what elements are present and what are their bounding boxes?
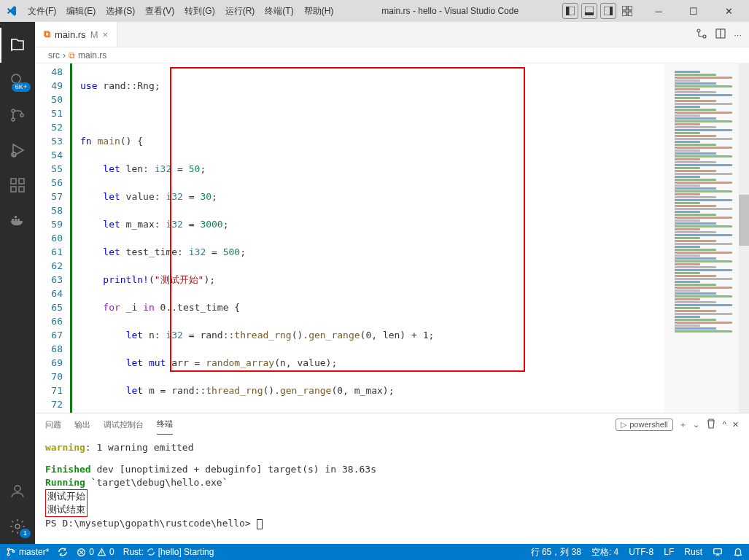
toggle-sidebar-icon[interactable] xyxy=(562,3,578,19)
toggle-panel-icon[interactable] xyxy=(581,3,597,19)
menu-goto[interactable]: 转到(G) xyxy=(180,2,219,20)
split-terminal-dropdown-icon[interactable]: ⌄ xyxy=(693,420,699,429)
status-rust-label: Rust: xyxy=(123,547,144,557)
layout-controls xyxy=(562,3,635,19)
close-window-button[interactable]: ✕ xyxy=(714,1,743,21)
menu-file[interactable]: 文件(F) xyxy=(23,2,61,20)
status-encoding[interactable]: UTF-8 xyxy=(629,547,653,557)
status-rust-status: [hello] Starting xyxy=(158,547,214,557)
terminal-text: `target\debug\hello.exe` xyxy=(85,477,228,488)
macro: println! xyxy=(103,274,149,285)
status-git-branch[interactable]: master* xyxy=(6,547,49,557)
settings-icon[interactable]: 1 xyxy=(0,509,35,544)
svg-rect-22 xyxy=(15,216,17,218)
code-text: (). xyxy=(263,385,279,396)
maximize-panel-icon[interactable]: ^ xyxy=(723,420,726,429)
svg-point-24 xyxy=(15,524,20,529)
minimap[interactable] xyxy=(664,63,749,413)
tab-bar: ⧉ main.rs M × ··· xyxy=(35,22,749,47)
fn-name: main xyxy=(92,136,120,147)
status-eol[interactable]: LF xyxy=(664,547,674,557)
terminal[interactable]: warning: 1 warning emitted Finished dev … xyxy=(35,435,749,544)
docker-icon[interactable] xyxy=(0,203,35,238)
svg-point-11 xyxy=(12,109,15,112)
menu-terminal[interactable]: 终端(T) xyxy=(260,2,298,20)
maximize-button[interactable]: ☐ xyxy=(679,1,708,21)
compare-changes-icon[interactable] xyxy=(696,28,707,42)
terminal-prompt: PS D:\mysetup\gopath\rustcode\hello> xyxy=(45,518,257,529)
menu-run[interactable]: 运行(R) xyxy=(221,2,260,20)
status-sync[interactable] xyxy=(58,547,68,557)
svg-rect-5 xyxy=(610,7,613,15)
window-title: main.rs - hello - Visual Studio Code xyxy=(338,6,562,16)
menu-view[interactable]: 查看(V) xyxy=(141,2,179,20)
code-text: () { xyxy=(120,136,143,147)
menu-edit[interactable]: 编辑(E) xyxy=(62,2,100,20)
code-content[interactable]: use rand::Rng; fn main() { let len: i32 … xyxy=(76,63,664,413)
toggle-right-sidebar-icon[interactable] xyxy=(600,3,616,19)
minimize-button[interactable]: ─ xyxy=(644,1,673,21)
panel-toolbar: ▷powershell ＋ ⌄ ^ ✕ xyxy=(616,418,739,431)
panel-tab-terminal[interactable]: 终端 xyxy=(157,414,173,435)
keyword-fn: fn xyxy=(80,136,92,147)
status-rust-analyzer[interactable]: Rust: [hello] Starting xyxy=(123,547,214,557)
minimap-content xyxy=(675,71,739,333)
minimap-scrollbar[interactable] xyxy=(739,63,749,413)
minimap-thumb[interactable] xyxy=(739,195,749,246)
close-panel-icon[interactable]: ✕ xyxy=(732,420,739,429)
status-indent[interactable]: 空格: 4 xyxy=(591,546,618,559)
keyword-use: use xyxy=(80,80,97,91)
status-language[interactable]: Rust xyxy=(684,547,702,557)
svg-point-10 xyxy=(12,74,20,83)
accounts-icon[interactable] xyxy=(0,474,35,509)
terminal-text: dev [unoptimized + debuginfo] target(s) … xyxy=(91,464,376,475)
status-left: master* 0 0 Rust: [hello] Starting xyxy=(6,547,214,557)
type: i32 xyxy=(155,163,171,174)
kill-terminal-icon[interactable] xyxy=(705,418,717,431)
breadcrumb-src[interactable]: src xyxy=(48,50,60,61)
tab-close-icon[interactable]: × xyxy=(102,29,108,40)
breadcrumbs[interactable]: src › ⧉ main.rs xyxy=(35,47,749,63)
code-text: rand::Rng; xyxy=(97,80,160,91)
terminal-shell-selector[interactable]: ▷powershell xyxy=(616,419,673,431)
more-actions-icon[interactable]: ··· xyxy=(734,29,742,40)
run-debug-icon[interactable] xyxy=(0,133,35,168)
customize-layout-icon[interactable] xyxy=(619,3,635,19)
terminal-output-line: 测试结束 xyxy=(47,504,85,515)
new-terminal-icon[interactable]: ＋ xyxy=(679,419,687,430)
svg-point-23 xyxy=(15,486,20,491)
panel-tab-problems[interactable]: 问题 xyxy=(45,415,61,435)
svg-rect-21 xyxy=(18,219,20,221)
search-icon[interactable]: 6K+ xyxy=(0,63,35,98)
keyword-let: let xyxy=(126,357,143,368)
explorer-icon[interactable] xyxy=(0,28,35,63)
status-notifications-icon[interactable] xyxy=(733,547,743,557)
code-text: m_max xyxy=(120,219,155,230)
tab-main-rs[interactable]: ⧉ main.rs M × xyxy=(35,22,117,47)
svg-rect-19 xyxy=(12,219,14,221)
editor[interactable]: 4849505152535455565758596061626364656667… xyxy=(35,63,749,413)
window-controls: ─ ☐ ✕ xyxy=(644,1,743,21)
menu-select[interactable]: 选择(S) xyxy=(101,2,139,20)
status-feedback-icon[interactable] xyxy=(713,547,723,557)
rust-file-icon: ⧉ xyxy=(69,50,75,61)
status-warning-count: 0 xyxy=(109,547,115,557)
svg-rect-8 xyxy=(622,12,626,16)
type: i32 xyxy=(166,191,182,202)
svg-rect-1 xyxy=(569,7,575,15)
fn-name: gen_range xyxy=(308,330,360,341)
string: "测试开始" xyxy=(155,274,204,285)
extensions-icon[interactable] xyxy=(0,168,35,203)
keyword-let: let xyxy=(103,163,120,174)
breadcrumb-sep: › xyxy=(63,50,66,61)
source-control-icon[interactable] xyxy=(0,98,35,133)
status-branch-name: master* xyxy=(19,547,49,557)
breadcrumb-file[interactable]: main.rs xyxy=(78,50,106,61)
terminal-running-label: Running xyxy=(45,477,85,488)
status-line-col[interactable]: 行 65，列 38 xyxy=(531,546,581,559)
panel-tab-debug-console[interactable]: 调试控制台 xyxy=(104,415,144,435)
panel-tab-output[interactable]: 输出 xyxy=(74,415,90,435)
split-editor-icon[interactable] xyxy=(715,28,726,42)
status-problems[interactable]: 0 0 xyxy=(77,547,114,557)
menu-help[interactable]: 帮助(H) xyxy=(300,2,338,20)
